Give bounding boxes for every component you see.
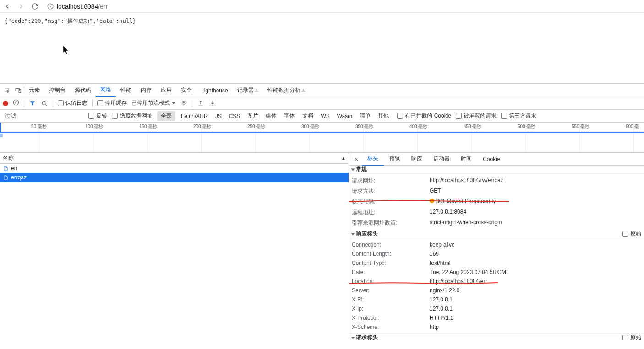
filter-all[interactable]: 全部 — [157, 111, 175, 121]
tab-memory[interactable]: 内存 — [136, 84, 156, 97]
filter-js[interactable]: JS — [212, 112, 225, 120]
kv-key: X-Protocol: — [352, 315, 430, 321]
filter-img[interactable]: 图片 — [244, 111, 262, 121]
kv-val: http://localhost:8084/err — [430, 278, 641, 285]
forward-button[interactable] — [17, 3, 25, 10]
tab-sources[interactable]: 源代码 — [70, 84, 96, 97]
filter-media[interactable]: 媒体 — [262, 111, 280, 121]
network-main: 名称 ▲ err errqaz × 标头 预览 响应 启动器 时间 Cookie — [0, 153, 644, 340]
kv-val: keep-alive — [430, 242, 641, 248]
request-name: errqaz — [11, 174, 27, 181]
kv-key: X-Ff: — [352, 296, 430, 303]
tab-perf-insights[interactable]: 性能数据分析⚠ — [263, 84, 310, 97]
timeline-overview-strip — [0, 132, 644, 133]
header-row: Date:Tue, 22 Aug 2023 07:04:58 GMT — [352, 268, 641, 277]
svg-point-8 — [42, 101, 46, 105]
network-timeline[interactable]: 50 毫秒100 毫秒150 毫秒200 毫秒250 毫秒300 毫秒350 毫… — [0, 123, 644, 153]
tab-elements[interactable]: 元素 — [24, 84, 44, 97]
inspect-element-icon[interactable] — [2, 87, 13, 94]
kv-val: nginx/1.22.0 — [430, 287, 641, 294]
back-button[interactable] — [4, 3, 11, 10]
filter-doc[interactable]: 文档 — [299, 111, 317, 121]
timeline-tick: 200 毫秒 — [201, 123, 211, 153]
wifi-icon[interactable] — [180, 100, 187, 107]
filter-ws[interactable]: WS — [317, 112, 333, 120]
tab-console[interactable]: 控制台 — [44, 84, 70, 97]
tab-preview[interactable]: 预览 — [384, 153, 406, 166]
disclosure-triangle-icon — [351, 233, 355, 235]
tab-cookies[interactable]: Cookie — [477, 153, 505, 166]
upload-har-icon[interactable] — [197, 100, 204, 107]
filter-icon[interactable] — [29, 100, 36, 107]
kv-val: strict-origin-when-cross-origin — [430, 219, 641, 227]
timeline-tick: 150 毫秒 — [147, 123, 157, 153]
tab-lighthouse[interactable]: Lighthouse — [196, 84, 233, 97]
tab-response[interactable]: 响应 — [406, 153, 428, 166]
tab-timing[interactable]: 时间 — [455, 153, 477, 166]
kv-val: 127.0.0.1 — [430, 296, 641, 303]
tab-performance[interactable]: 性能 — [116, 84, 136, 97]
kv-val: 127.0.0.1 — [430, 306, 641, 312]
general-body: 请求网址:http://localhost:8084/rw/errqaz 请求方… — [349, 174, 644, 230]
raw-toggle[interactable]: 原始 — [622, 230, 641, 238]
disable-cache-check[interactable]: 停用缓存 — [97, 99, 127, 107]
filter-font[interactable]: 字体 — [280, 111, 299, 121]
request-row[interactable]: err — [0, 164, 349, 173]
tab-network[interactable]: 网络 — [96, 84, 116, 97]
section-general[interactable]: 常规 — [349, 166, 644, 174]
clear-button[interactable] — [13, 99, 19, 107]
tab-headers[interactable]: 标头 — [362, 153, 384, 166]
filter-wasm[interactable]: Wasm — [333, 112, 356, 120]
filter-manifest[interactable]: 清单 — [356, 111, 374, 121]
close-details-button[interactable]: × — [351, 156, 362, 163]
response-headers-body: Connection:keep-aliveContent-Length:169C… — [349, 238, 644, 333]
address-bar[interactable]: localhost:8084/err — [45, 3, 640, 10]
kv-key: Server: — [352, 287, 430, 294]
download-har-icon[interactable] — [209, 100, 216, 107]
details-tabs: × 标头 预览 响应 启动器 时间 Cookie — [349, 153, 644, 166]
device-toggle-icon[interactable] — [13, 87, 24, 94]
request-details-panel: × 标头 预览 响应 启动器 时间 Cookie 常规 请求网址:http://… — [349, 153, 644, 340]
kv-val: text/html — [430, 260, 641, 266]
header-row: Content-Type:text/html — [352, 258, 641, 268]
timeline-ruler: 50 毫秒100 毫秒150 毫秒200 毫秒250 毫秒300 毫秒350 毫… — [0, 123, 644, 132]
tab-application[interactable]: 应用 — [156, 84, 176, 97]
raw-toggle[interactable]: 原始 — [622, 334, 641, 340]
header-row: X-Protocol:HTTP/1.1 — [352, 313, 641, 322]
section-response-headers[interactable]: 响应标头 原始 — [349, 230, 644, 238]
filter-input[interactable] — [3, 112, 84, 120]
kv-val: http — [430, 324, 641, 330]
request-name: err — [11, 165, 18, 172]
blocked-cookies-check[interactable]: 有已拦截的 Cookie — [397, 112, 451, 120]
tab-security[interactable]: 安全 — [176, 84, 196, 97]
request-row[interactable]: errqaz — [0, 173, 349, 182]
header-row: Connection:keep-alive — [352, 240, 641, 249]
filter-fetch-xhr[interactable]: Fetch/XHR — [177, 112, 212, 120]
preserve-log-check[interactable]: 保留日志 — [58, 99, 87, 107]
divider — [92, 100, 93, 107]
chevron-down-icon — [172, 102, 175, 104]
header-row: X-Scheme:http — [352, 322, 641, 332]
kv-key: 请求网址: — [352, 177, 430, 185]
search-icon[interactable] — [41, 100, 48, 107]
timeline-tick: 600 毫 — [633, 123, 639, 153]
header-row: Content-Length:169 — [352, 249, 641, 258]
record-button[interactable] — [3, 101, 8, 106]
invert-check[interactable]: 反转 — [88, 112, 107, 120]
hide-data-urls-check[interactable]: 隐藏数据网址 — [112, 112, 153, 120]
sort-indicator-icon: ▲ — [341, 156, 346, 161]
section-request-headers[interactable]: 请求标头 原始 — [349, 333, 644, 340]
kv-val: GET — [430, 188, 641, 195]
filter-css[interactable]: CSS — [225, 112, 244, 120]
tab-initiator[interactable]: 启动器 — [428, 153, 455, 166]
network-toolbar: 保留日志 停用缓存 已停用节流模式 — [0, 97, 644, 110]
throttling-select[interactable]: 已停用节流模式 — [131, 99, 175, 107]
tab-recorder[interactable]: 记录器⚠ — [233, 84, 263, 97]
filter-other[interactable]: 其他 — [374, 111, 393, 121]
third-party-check[interactable]: 第三方请求 — [501, 112, 536, 120]
reload-button[interactable] — [31, 3, 38, 10]
kv-key: X-Ip: — [352, 306, 430, 312]
blocked-requests-check[interactable]: 被屏蔽的请求 — [456, 112, 497, 120]
list-header[interactable]: 名称 ▲ — [0, 153, 349, 164]
devtools: 元素 控制台 源代码 网络 性能 内存 应用 安全 Lighthouse 记录器… — [0, 83, 644, 340]
